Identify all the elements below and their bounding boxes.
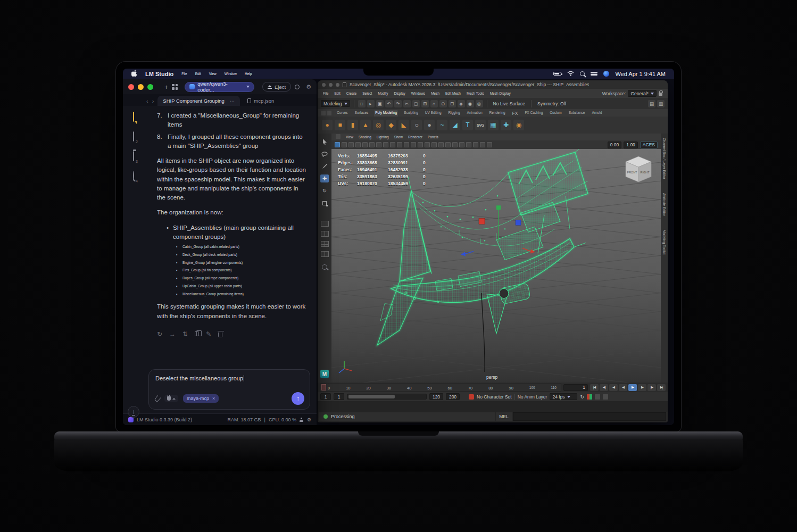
layout-persp-outliner-icon[interactable] (321, 251, 329, 257)
sidebar-toggle-icon[interactable]: ▤ (648, 100, 655, 107)
shelf-tab-8[interactable]: FX (511, 110, 519, 117)
sidebar-item-discover[interactable]: 4 (133, 171, 134, 181)
cut-icon[interactable]: ✂ (403, 100, 411, 107)
timeline-tick-3[interactable]: 30 (387, 386, 391, 390)
maya-menu-9[interactable]: Mesh Tools (467, 92, 484, 95)
anim-layer-selector[interactable]: No Anim Layer (518, 394, 547, 400)
timeline-tick-1[interactable]: 10 (346, 386, 350, 390)
poly-pyramid-icon[interactable]: ◣ (399, 120, 409, 130)
maya-menu-8[interactable]: Edit Mesh (445, 92, 461, 95)
maya-menu-5[interactable]: Display (394, 92, 405, 95)
fps-selector[interactable]: 24 fps (550, 393, 577, 400)
wireframe-icon[interactable] (445, 142, 451, 147)
oversan-icon[interactable] (383, 142, 388, 147)
model-selector[interactable]: qwen/qwen3-coder... (185, 82, 254, 92)
maya-menu-10[interactable]: Mesh Display (490, 92, 511, 95)
shelf-tab-7[interactable]: Rendering (488, 110, 507, 117)
move-tool-icon[interactable]: ✚ (320, 174, 329, 182)
maya-menu-7[interactable]: Mesh (431, 92, 439, 95)
snap-plane-icon[interactable]: ⊡ (449, 100, 456, 107)
control-center-icon[interactable] (591, 71, 597, 76)
tab-mcp-json[interactable]: mcp.json (242, 96, 279, 106)
step-back-frame-button[interactable]: ◀ (609, 384, 618, 391)
camera-attrs-icon[interactable] (355, 142, 361, 147)
close-button[interactable] (128, 84, 134, 90)
apple-menu-icon[interactable] (131, 70, 137, 78)
shelf-tab-1[interactable]: Surfaces (354, 110, 370, 117)
timeline-tick-6[interactable]: 60 (448, 386, 452, 390)
go-to-end-button[interactable]: ▶| (657, 384, 666, 391)
menubar-item-2[interactable]: View (209, 72, 217, 76)
theme-icon[interactable] (295, 85, 300, 89)
dock-tab-1[interactable]: Attribute Editor (662, 193, 666, 216)
poly-sphere-icon[interactable]: ● (322, 120, 333, 130)
mcp-connector-button[interactable] (164, 395, 178, 402)
continue-icon[interactable]: → (169, 329, 176, 339)
new-scene-icon[interactable]: □ (358, 100, 366, 107)
sculpt-icon[interactable]: ● (424, 120, 435, 130)
apps-grid-icon[interactable] (172, 84, 178, 90)
anim-prefs-icon[interactable] (603, 394, 608, 400)
resolution-gate-icon[interactable] (411, 142, 416, 147)
regenerate-icon[interactable]: ↻ (157, 329, 162, 339)
poly-torus-icon[interactable]: ◎ (373, 120, 384, 130)
command-language-selector[interactable]: MEL (496, 412, 512, 421)
select-tool-icon[interactable] (320, 138, 329, 146)
panel-menu-2[interactable]: Lighting (377, 135, 389, 139)
time-slider[interactable]: 0102030405060708090100110 (320, 383, 561, 392)
sidebar-item-my-models[interactable]: 3 (133, 152, 134, 161)
delete-icon[interactable] (218, 332, 222, 337)
new-chat-button[interactable]: + (164, 83, 169, 91)
exposure-field[interactable]: 0.00 (608, 142, 622, 148)
shelf-tab-10[interactable]: Custom (549, 110, 562, 117)
mcp-chip[interactable]: maya-mcp × (183, 394, 219, 403)
panel-menu-5[interactable]: Panels (428, 135, 438, 139)
anim-end-field[interactable]: 200 (446, 393, 460, 400)
ipr-render-icon[interactable]: ◎ (476, 100, 483, 107)
film-gate-icon[interactable] (404, 142, 409, 147)
zoom-tool-icon[interactable] (322, 264, 327, 270)
viewport-3d[interactable]: Verts:16854495163752030 Edges:3380366832… (331, 149, 661, 383)
gamma-field[interactable]: 1.00 (624, 142, 638, 148)
layout-single-icon[interactable] (321, 221, 329, 227)
text-icon[interactable]: T (462, 120, 473, 130)
nurbs-sphere-icon[interactable]: ○ (411, 120, 422, 130)
shadows-icon[interactable] (473, 142, 478, 147)
go-to-start-button[interactable]: |◀ (590, 384, 599, 391)
maya-menu-2[interactable]: Create (346, 92, 357, 95)
chip-close-icon[interactable]: × (212, 396, 215, 401)
lock-icon[interactable] (659, 93, 662, 96)
shelf-tab-4[interactable]: UV Editing (424, 110, 443, 117)
shelf-tab-9[interactable]: FX Caching (524, 110, 544, 117)
2d-pan-zoom-icon[interactable] (376, 142, 381, 147)
chat-input-card[interactable]: Deselect the miscellaneous group maya-mc… (148, 369, 310, 410)
user-icon[interactable] (300, 418, 304, 422)
undo-icon[interactable]: ↶ (385, 100, 393, 107)
timeline-playhead[interactable] (321, 384, 326, 390)
auto-key-icon[interactable] (595, 394, 600, 400)
menu-set-selector[interactable]: Modeling (321, 100, 350, 107)
safe-title-icon[interactable] (438, 142, 444, 147)
timeline-tick-0[interactable]: 0 (328, 386, 330, 390)
wifi-icon[interactable] (567, 71, 574, 77)
scale-tool-icon[interactable] (320, 199, 329, 207)
curves-icon[interactable]: ~ (437, 120, 447, 130)
maya-menu-0[interactable]: File (323, 92, 328, 95)
view-cube[interactable]: FRONT RIGHT (621, 153, 655, 187)
copy-icon[interactable]: ▢ (412, 100, 420, 107)
timeline-tick-5[interactable]: 50 (427, 386, 431, 390)
shelf-tab-12[interactable]: Arnold (591, 110, 603, 117)
image-plane-icon[interactable] (369, 142, 375, 147)
bevel-icon[interactable]: ◢ (450, 120, 460, 130)
timeline-tick-2[interactable]: 20 (366, 386, 370, 390)
poly-cube-icon[interactable]: ■ (335, 120, 345, 130)
dock-tab-2[interactable]: Modeling Toolkit (662, 230, 666, 255)
sidebar-item-developer[interactable]: 2 (133, 132, 134, 142)
booleans-icon[interactable]: ✚ (501, 120, 511, 130)
shelf-tab-11[interactable]: Substance (568, 110, 586, 117)
shelf-menu-icon[interactable] (321, 111, 326, 115)
timeline-tick-9[interactable]: 90 (509, 386, 513, 390)
redo-icon[interactable]: ↷ (394, 100, 402, 107)
shelf-tab-0[interactable]: Curves (336, 110, 349, 117)
timeline-tick-11[interactable]: 110 (551, 386, 557, 390)
